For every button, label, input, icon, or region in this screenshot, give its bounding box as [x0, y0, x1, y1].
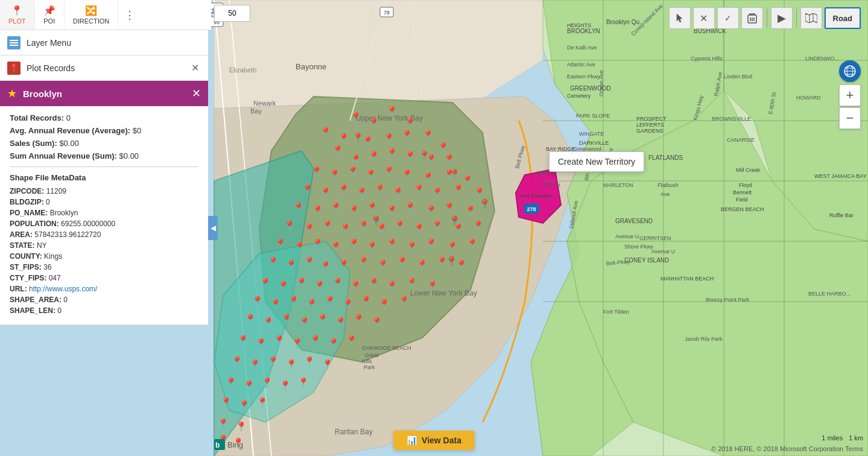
brooklyn-close[interactable]: ✕: [192, 87, 201, 100]
map-attribution: © 2018 HERE, © 2018 Microsoft Corporatio…: [711, 445, 863, 452]
metadata-field-area: AREA: 57842313.96122720: [10, 230, 198, 239]
svg-text:Bay: Bay: [250, 107, 262, 115]
metadata-field-url: URL: http://www.usps.com/: [10, 285, 198, 293]
attribution-text: © 2018 HERE, © 2018 Microsoft Corporatio…: [711, 445, 863, 452]
star-icon: ★: [7, 87, 17, 100]
metadata-field-bldgzip: BLDGZIP: 0: [10, 198, 198, 206]
svg-text:Ave: Ave: [661, 191, 670, 197]
poi-tab[interactable]: 📌 POI: [35, 0, 65, 30]
svg-text:Kills: Kills: [362, 358, 372, 364]
svg-text:Park: Park: [364, 364, 375, 370]
svg-text:Raritan Bay: Raritan Bay: [335, 428, 373, 436]
toolbar: 📍 PLOT 📌 POI 🔀 DIRECTION ⋮: [0, 0, 211, 30]
create-territory-tooltip[interactable]: Create New Territory: [549, 151, 644, 172]
svg-text:HEIGHTS: HEIGHTS: [567, 22, 591, 28]
view-data-icon: 📊: [407, 435, 417, 445]
cancel-button[interactable]: ✕: [693, 7, 715, 29]
svg-text:De Kalb Ave: De Kalb Ave: [567, 45, 597, 51]
svg-text:Avenue U: Avenue U: [615, 233, 639, 239]
svg-text:Upper New York Bay: Upper New York Bay: [356, 114, 423, 122]
metadata-field-population: POPULATION: 69255.00000000: [10, 220, 198, 228]
svg-text:BROWNSVILLE: BROWNSVILLE: [712, 116, 751, 122]
direction-tab[interactable]: 🔀 DIRECTION: [65, 0, 119, 30]
sum-revenue-label: Sum Annual Revenue (Sum):: [10, 151, 117, 160]
pointer-tool-button[interactable]: [669, 7, 691, 29]
total-records-label: Total Records:: [10, 113, 64, 122]
svg-text:GREENWOOD: GREENWOOD: [570, 85, 611, 92]
road-mode-button[interactable]: Road: [825, 7, 861, 29]
plot-records-label: Plot Records: [27, 63, 183, 73]
svg-text:DARKVILLE: DARKVILLE: [579, 140, 609, 146]
zoom-in-button[interactable]: +: [839, 84, 861, 106]
svg-text:Bennett: Bennett: [733, 189, 752, 195]
avg-revenue-row: Avg. Annual Revenue (Average): $0: [10, 126, 198, 135]
svg-text:BERGEN BEACH: BERGEN BEACH: [721, 206, 764, 212]
road-mode-label: Road: [833, 14, 853, 23]
bing-logo: b Bing: [214, 439, 243, 450]
metadata-field-shape_len: SHAPE_LEN: 0: [10, 306, 198, 315]
svg-text:Mill Creek: Mill Creek: [736, 167, 761, 173]
plot-records-icon: 📍: [7, 62, 21, 75]
svg-text:BROOKLYN: BROOKLYN: [567, 28, 600, 34]
metadata-field-county: COUNTY: Kings: [10, 252, 198, 261]
plot-tab[interactable]: 📍 PLOT: [0, 0, 35, 30]
check-button[interactable]: ✓: [717, 7, 739, 29]
toolbar-separator: [767, 9, 767, 27]
svg-text:CONEY ISLAND: CONEY ISLAND: [624, 257, 669, 264]
forward-button[interactable]: ▶: [771, 7, 793, 29]
brooklyn-header: ★ Brooklyn ✕: [0, 81, 208, 106]
svg-text:Fort Tilden: Fort Tilden: [603, 309, 629, 315]
svg-text:OAKWOOD BEACH: OAKWOOD BEACH: [362, 345, 411, 351]
sales-label: Sales (Sum):: [10, 139, 57, 148]
svg-text:GRAVESEND: GRAVESEND: [615, 218, 653, 224]
map-icon-button[interactable]: [800, 7, 822, 29]
plot-records-close[interactable]: ✕: [189, 62, 201, 74]
collapse-sidebar-button[interactable]: ◀: [208, 216, 218, 240]
svg-text:Linden Blvd: Linden Blvd: [724, 74, 752, 80]
svg-text:86th St: 86th St: [543, 182, 560, 188]
layer-menu-label: Layer Menu: [27, 38, 71, 48]
svg-text:78: 78: [384, 10, 390, 16]
svg-text:Flatbush: Flatbush: [657, 182, 679, 188]
svg-text:MANHATTAN BEACH: MANHATTAN BEACH: [661, 276, 714, 282]
svg-text:GERRITSEN: GERRITSEN: [639, 235, 671, 241]
svg-text:Avenue U: Avenue U: [651, 249, 675, 255]
metadata-field-shape_area: SHAPE_AREA: 0: [10, 296, 198, 304]
svg-text:Ocean Ave: Ocean Ave: [598, 70, 604, 97]
svg-text:LEFFERTS: LEFFERTS: [636, 122, 664, 128]
metadata-field-zipcode: ZIPCODE: 11209: [10, 187, 198, 195]
svg-text:WINGATE: WINGATE: [579, 131, 604, 137]
zoom-out-button[interactable]: −: [839, 107, 861, 129]
page-number: 50: [214, 5, 250, 22]
svg-text:BELLE HARBO...: BELLE HARBO...: [808, 291, 851, 297]
svg-text:LINDENWO...: LINDENWO...: [805, 55, 839, 62]
sales-row: Sales (Sum): $0.00: [10, 139, 198, 148]
page-number-value: 50: [228, 9, 236, 17]
layer-menu-bar[interactable]: Layer Menu: [0, 30, 208, 55]
svg-text:Floyd: Floyd: [739, 182, 752, 188]
svg-text:Cypress Hills: Cypress Hills: [691, 55, 723, 62]
svg-text:Shore Pkwy: Shore Pkwy: [624, 244, 654, 250]
toolbar-separator-2: [796, 9, 797, 27]
svg-text:Great: Great: [365, 352, 379, 358]
avg-revenue-label: Avg. Annual Revenue (Average):: [10, 126, 130, 135]
svg-text:Newark: Newark: [253, 100, 276, 107]
delete-button[interactable]: [741, 7, 763, 29]
brooklyn-title: Brooklyn: [23, 89, 186, 99]
svg-text:PARK SLOPE: PARK SLOPE: [576, 113, 610, 119]
svg-text:PROSPECT: PROSPECT: [636, 116, 667, 122]
brooklyn-panel: ★ Brooklyn ✕ Total Records: 0 Avg. Annua…: [0, 81, 208, 325]
svg-text:Ruffle Bar: Ruffle Bar: [829, 212, 854, 218]
bing-label: Bing: [227, 440, 243, 449]
svg-text:Breezy Point Park: Breezy Point Park: [706, 297, 750, 303]
right-toolbar: ✕ ✓ ▶ Road: [669, 7, 861, 29]
plot-records-bar[interactable]: 📍 Plot Records ✕: [0, 55, 208, 81]
svg-marker-111: [805, 13, 817, 23]
direction-icon: 🔀: [85, 5, 97, 16]
globe-button[interactable]: [839, 60, 861, 82]
svg-text:Eastern Pkwy: Eastern Pkwy: [567, 74, 601, 80]
sidebar: Layer Menu 📍 Plot Records ✕ ★ Brooklyn ✕…: [0, 30, 208, 325]
view-data-button[interactable]: 📊 View Data: [393, 431, 475, 450]
svg-text:Jacob Riis Park: Jacob Riis Park: [685, 336, 723, 342]
more-menu-button[interactable]: ⋮: [118, 0, 141, 30]
